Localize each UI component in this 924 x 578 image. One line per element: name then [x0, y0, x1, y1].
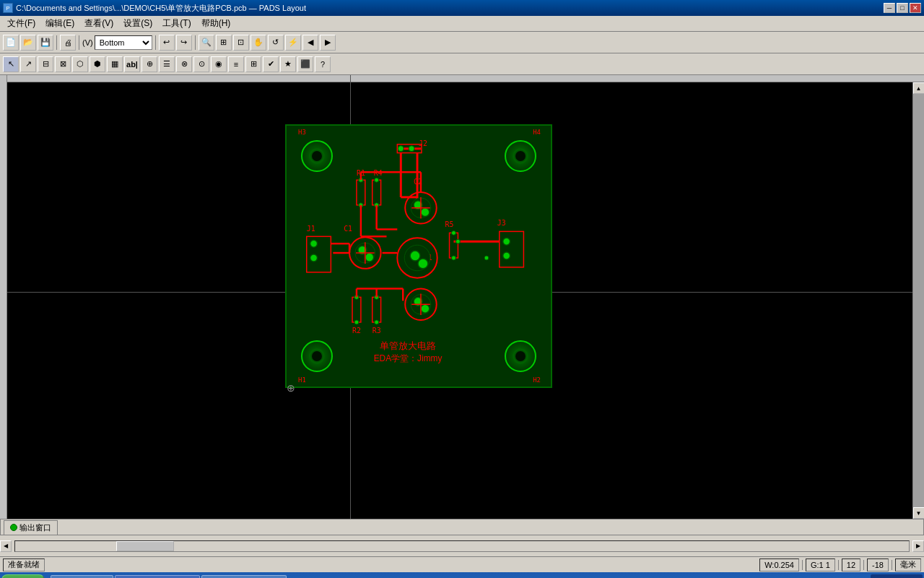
drc-button[interactable]: ⚡ [285, 35, 301, 51]
menubar: 文件(F) 编辑(E) 查看(V) 设置(S) 工具(T) 帮助(H) [0, 16, 924, 32]
zoom-in-button[interactable]: 🔍 [199, 35, 214, 51]
start-button[interactable]: 🪟 开始 [1, 574, 45, 578]
rule-button[interactable]: ⊞ [245, 56, 261, 72]
taskbar-item-pads1[interactable]: P C:\Documents and... [115, 575, 200, 578]
svg-point-16 [398, 146, 404, 152]
svg-rect-52 [500, 231, 524, 267]
taskbar-systray: 🔊 🌐 渝来 [871, 574, 923, 578]
status-sep4 [892, 560, 892, 570]
place-button[interactable]: ⬢ [90, 56, 105, 72]
drill-button[interactable]: ◉ [211, 56, 227, 72]
scroll-track [913, 94, 924, 507]
hscroll-right-button[interactable]: ▶ [912, 540, 924, 552]
3d-button[interactable]: ⬛ [297, 56, 313, 72]
menu-tools[interactable]: 工具(T) [158, 16, 195, 31]
undo-button[interactable]: ↩ [159, 35, 175, 51]
svg-point-70 [375, 320, 379, 324]
scroll-up-button[interactable]: ▲ [913, 82, 925, 94]
svg-rect-68 [372, 297, 381, 322]
svg-rect-21 [357, 180, 365, 205]
taskbar: 🪟 开始 🖥 林超文的电脑 P C:\Documents and... P C:… [0, 572, 924, 578]
help2-button[interactable]: ? [315, 56, 331, 72]
window-title: C:\Documents and Settings\...\DEMO\CH5\单… [16, 3, 306, 14]
status-page: 12 [842, 558, 860, 571]
hscroll-thumb[interactable] [116, 541, 174, 551]
titlebar: P C:\Documents and Settings\...\DEMO\CH5… [0, 0, 924, 16]
star-button[interactable]: ★ [280, 56, 296, 72]
main-area: H3 H4 H1 H2 J2 J1 J3 R1 R4 C2 R5 [0, 75, 924, 519]
zoom-fit-button[interactable]: ⊡ [233, 35, 249, 51]
sep3 [155, 35, 156, 50]
shape-button[interactable]: ☰ [159, 56, 175, 72]
menu-help[interactable]: 帮助(H) [197, 16, 235, 31]
pcb-circuit-svg: J2 J1 J3 R1 R4 C2 R5 C1 Q1 C3 [287, 126, 551, 387]
svg-text:J2: J2 [419, 139, 427, 147]
fill-button[interactable]: ⊗ [176, 56, 192, 72]
svg-rect-65 [352, 297, 361, 322]
route-button[interactable]: ⊟ [38, 56, 53, 72]
output-window-tab[interactable]: 输出窗口 [4, 520, 58, 535]
bottom-scrollbar-bar: ◀ ▶ [0, 535, 924, 556]
status-hint: 准备就绪 [3, 558, 45, 571]
prev-button[interactable]: ◀ [302, 35, 318, 51]
copper-button[interactable]: ▦ [107, 56, 123, 72]
svg-point-30 [421, 208, 430, 217]
menu-edit[interactable]: 编辑(E) [41, 16, 79, 31]
status-unit: 毫米 [895, 558, 921, 571]
layer-label: (V) [82, 38, 93, 47]
menu-settings[interactable]: 设置(S) [119, 16, 157, 31]
redo-button[interactable]: ↪ [176, 35, 192, 51]
dim-button[interactable]: ⊕ [141, 56, 157, 72]
toolbar2: ↖ ↗ ⊟ ⊠ ⬡ ⬢ ▦ ab| ⊕ ☰ ⊗ ⊙ ◉ ≡ ⊞ ✔ ★ ⬛ ? [0, 53, 924, 75]
taskbar-item-explorer[interactable]: 🖥 林超文的电脑 [51, 575, 113, 578]
svg-text:R4: R4 [374, 169, 383, 177]
sep1 [56, 35, 57, 50]
svg-point-67 [354, 320, 359, 324]
pad-button[interactable]: ⊙ [193, 56, 209, 72]
save-button[interactable]: 💾 [38, 35, 53, 51]
verify-button[interactable]: ✔ [263, 56, 279, 72]
menu-view[interactable]: 查看(V) [80, 16, 118, 31]
maximize-button[interactable]: □ [897, 3, 908, 13]
component-button[interactable]: ⬡ [72, 56, 88, 72]
text-button[interactable]: ab| [124, 56, 140, 72]
zoom-area-button[interactable]: ⊞ [216, 35, 232, 51]
svg-point-57 [484, 256, 489, 260]
select-button[interactable]: ↖ [3, 56, 19, 72]
status-indicator [10, 524, 17, 531]
net-button[interactable]: ≡ [228, 56, 244, 72]
route2-button[interactable]: ⊠ [55, 56, 71, 72]
svg-text:R3: R3 [372, 327, 381, 335]
open-button[interactable]: 📂 [20, 35, 36, 51]
svg-text:J1: J1 [307, 225, 315, 233]
hscroll-left-button[interactable]: ◀ [0, 540, 12, 552]
svg-point-53 [503, 238, 510, 245]
svg-point-44 [310, 254, 318, 262]
svg-point-62 [421, 304, 430, 313]
svg-rect-22 [372, 180, 381, 205]
svg-point-17 [409, 146, 414, 152]
refresh-button[interactable]: ↺ [268, 35, 284, 51]
status-coords: W:0.254 [759, 558, 799, 571]
svg-point-54 [503, 252, 510, 259]
status-sep2 [838, 560, 839, 570]
scroll-down-button[interactable]: ▼ [913, 507, 925, 519]
select2-button[interactable]: ↗ [20, 56, 36, 72]
right-scrollbar[interactable]: ▲ ▼ [912, 82, 924, 519]
pan-button[interactable]: ✋ [250, 35, 266, 51]
svg-point-39 [365, 253, 374, 262]
menu-file[interactable]: 文件(F) [3, 16, 40, 31]
taskbar-item-pads2[interactable]: P C:\Documents and... [201, 575, 287, 578]
left-ruler [0, 75, 7, 519]
statusbar: 准备就绪 W:0.254 G:1 1 12 -18 毫米 [0, 556, 924, 572]
minimize-button[interactable]: ─ [884, 3, 895, 13]
svg-text:J3: J3 [497, 219, 506, 227]
next-button[interactable]: ▶ [320, 35, 336, 51]
layer-select[interactable]: Bottom Top [95, 35, 152, 50]
h-scrollbar[interactable] [14, 540, 910, 552]
canvas-area[interactable]: H3 H4 H1 H2 J2 J1 J3 R1 R4 C2 R5 [7, 75, 924, 519]
print-button[interactable]: 🖨 [60, 35, 76, 51]
close-button[interactable]: ✕ [910, 3, 921, 13]
new-button[interactable]: 📄 [3, 35, 19, 51]
pcb-board: H3 H4 H1 H2 J2 J1 J3 R1 R4 C2 R5 [285, 124, 552, 388]
